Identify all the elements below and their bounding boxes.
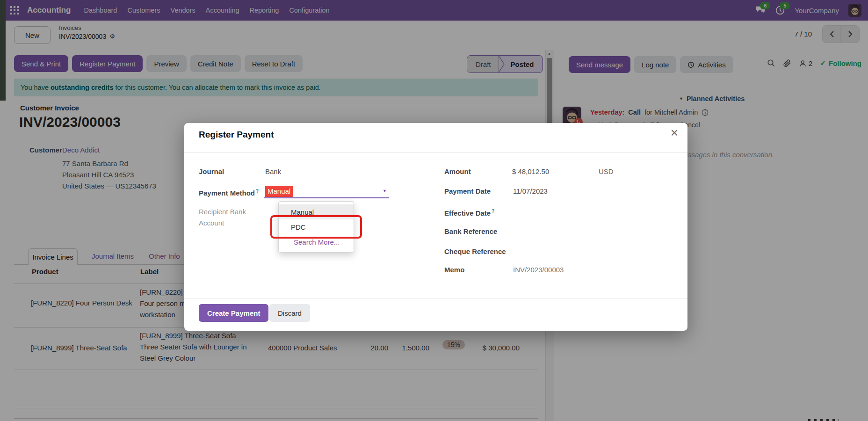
amount-value[interactable]: $ 48,012.50 <box>512 167 549 176</box>
register-payment-modal: Register Payment × Journal Bank Payment … <box>184 123 687 331</box>
payment-method-dropdown: Manual PDC Search More... <box>278 201 354 253</box>
payment-method-input-underline <box>264 197 389 198</box>
memo-value[interactable]: INV/2023/00003 <box>513 265 564 275</box>
effective-date-label: Effective Date? <box>444 207 494 218</box>
recipient-label-line: Account <box>199 218 246 229</box>
payment-method-input[interactable]: Manual <box>265 186 293 197</box>
payment-method-label: Payment Method? <box>199 187 259 198</box>
recipient-bank-account-label: Recipient Bank Account <box>199 206 246 229</box>
help-question-icon[interactable]: ? <box>256 189 259 194</box>
journal-label: Journal <box>199 167 224 176</box>
memo-label: Memo <box>444 265 464 275</box>
modal-footer-divider <box>184 298 687 298</box>
amount-label: Amount <box>444 167 471 176</box>
currency-value[interactable]: USD <box>599 167 614 176</box>
bank-reference-label: Bank Reference <box>444 227 497 236</box>
payment-date-value[interactable]: 11/07/2023 <box>513 187 548 196</box>
odoo-accounting-app: Accounting Dashboard Customers Vendors A… <box>0 0 868 421</box>
payment-method-label-text: Payment Method <box>199 189 255 197</box>
payment-date-label: Payment Date <box>444 187 491 196</box>
dropdown-option-pdc[interactable]: PDC <box>279 219 354 234</box>
dropdown-search-more[interactable]: Search More... <box>279 234 354 249</box>
modal-title: Register Payment <box>199 130 274 140</box>
close-icon[interactable]: × <box>671 126 678 140</box>
discard-button[interactable]: Discard <box>269 304 310 322</box>
dropdown-caret-icon[interactable]: ▼ <box>383 189 387 193</box>
cheque-reference-label: Cheque Reference <box>444 247 506 256</box>
modal-header-divider <box>184 152 687 152</box>
recipient-label-line: Recipient Bank <box>199 206 246 218</box>
create-payment-button[interactable]: Create Payment <box>199 304 268 322</box>
journal-value[interactable]: Bank <box>265 167 281 176</box>
dropdown-option-manual[interactable]: Manual <box>279 204 354 219</box>
effective-date-label-text: Effective Date <box>444 209 491 217</box>
help-question-icon[interactable]: ? <box>492 209 494 214</box>
